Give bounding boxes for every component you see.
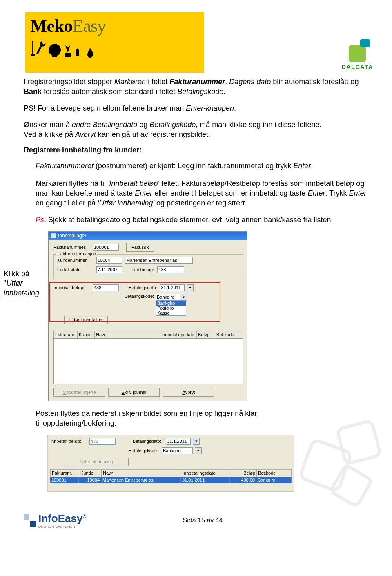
- grid-row-selected[interactable]: 100001 10004 Martensen Entrepenør as 31.…: [50, 477, 292, 483]
- callout-utfor: Klikk på "Utfør innbetaling: [0, 268, 52, 299]
- label-kundenummer: Kundenummer: [57, 258, 94, 263]
- dropdown-arrow-icon[interactable]: ▼: [180, 294, 187, 301]
- paragraph-1: I registreringsbildet stopper Markøren i…: [24, 77, 368, 97]
- logo-daldata: DALDATA: [335, 45, 380, 70]
- dialog-result: Innbetalt beløp: 438 Betalingsdato: 31.1…: [47, 435, 294, 492]
- watermark-icon: [290, 414, 392, 516]
- input-fakturanummer[interactable]: 100001: [93, 244, 119, 251]
- label2-betdato: Betalingsdato:: [133, 439, 163, 444]
- input-betdato[interactable]: 31.1.2011: [160, 284, 185, 291]
- col2-faktnr[interactable]: Fakturanr.: [51, 470, 79, 477]
- button-utfor-innbetaling[interactable]: Utfør innbetaling: [64, 316, 108, 324]
- logo-tools-icons: [30, 40, 199, 64]
- label-innbetalt: Innbetalt beløp:: [53, 285, 90, 290]
- label-forfall: Forfallsdato:: [57, 267, 94, 272]
- col-fakturanr[interactable]: Fakturanr.: [54, 331, 78, 338]
- input-kundenavn[interactable]: Martensen Entrepenør as: [125, 257, 193, 264]
- footer: InfoEasy® ØKONOMISYSTEMER Sida 15 av 44: [24, 512, 368, 529]
- option-bankgiro[interactable]: Bankgiro: [156, 301, 186, 306]
- button-avbryt[interactable]: Avbryt: [163, 388, 214, 397]
- col-innbetdato[interactable]: Innbetalingsdato: [160, 331, 197, 338]
- input2-betdato[interactable]: 31.1.2011: [166, 438, 191, 445]
- col-betkode[interactable]: Bet.kode: [215, 331, 243, 338]
- select-betkode[interactable]: Bankgiro▼ Bankgiro Postgiro Kasse: [156, 294, 187, 316]
- button-skriv-journal[interactable]: Skriv journal: [108, 388, 160, 397]
- col-belop[interactable]: Beløp: [197, 331, 215, 338]
- col2-belop[interactable]: Beløp: [230, 470, 257, 477]
- col-navn[interactable]: Navn: [95, 331, 160, 338]
- dialog-innbetalinger: Innbetalinger Fakturanummer: 100001 Fakt…: [48, 231, 247, 401]
- button-oppdater[interactable]: Oppdater linjene: [53, 388, 105, 397]
- col2-betkode[interactable]: Bet.kode: [257, 470, 291, 477]
- dropdown-betdato-arrow[interactable]: ▼: [187, 284, 194, 291]
- paragraph-7: Posten flyttes da nederst i skjermbildet…: [24, 409, 264, 429]
- input-restbelop[interactable]: 438: [157, 266, 184, 273]
- label2-innbetalt: Innbetalt beløp:: [50, 439, 87, 444]
- svg-rect-5: [330, 464, 372, 506]
- heading-register: Registrere innbetaling fra kunder:: [24, 146, 368, 154]
- input-forfall[interactable]: 7.11.2007: [96, 266, 122, 273]
- input-kundenummer[interactable]: 10004: [96, 257, 122, 264]
- logo-mekoeasy: MekoEasy: [25, 12, 204, 73]
- col2-navn[interactable]: Navn: [102, 470, 181, 477]
- dropdown-arrow-icon[interactable]: ▼: [195, 447, 202, 454]
- option-kasse[interactable]: Kasse: [156, 310, 186, 315]
- label-restbelop: Restbeløp:: [132, 267, 155, 272]
- input2-innbetalt[interactable]: 438: [89, 438, 116, 445]
- titlebar: Innbetalinger: [49, 232, 247, 240]
- paragraph-3b: Ved å klikke på Avbryt kan en gå ut av r…: [24, 129, 368, 139]
- svg-rect-3: [299, 439, 352, 491]
- button-faktsok[interactable]: Fakt.søk: [126, 243, 154, 252]
- label-betkode: Betalingskode:: [125, 294, 153, 299]
- grid-innbetalinger: Fakturanr. Kunde Navn Innbetalingsdato B…: [53, 331, 243, 384]
- svg-rect-4: [337, 420, 381, 464]
- col2-kunde[interactable]: Kunde: [79, 470, 102, 477]
- paragraph-6: Ps. Sjekk at betalingsdato og betalingsk…: [24, 215, 368, 225]
- button2-utfor[interactable]: Utfør innbetaling: [65, 458, 129, 466]
- col-kunde[interactable]: Kunde: [78, 331, 95, 338]
- input2-betkode[interactable]: Bankgiro: [162, 447, 193, 454]
- dropdown-arrow-icon[interactable]: ▼: [193, 438, 200, 445]
- fieldset-fakturainfo: Fakturainformasjon Kundenummer 10004 Mar…: [53, 254, 243, 279]
- paragraph-4: Fakturanummeret (postnummeret) er kjent:…: [24, 161, 368, 171]
- svg-rect-0: [65, 53, 71, 57]
- input-innbetalt[interactable]: 438: [93, 284, 119, 291]
- logo-meko: Meko: [30, 16, 73, 36]
- label-fakturanummer: Fakturanummer:: [53, 245, 90, 250]
- window-icon: [51, 233, 56, 238]
- label-betdato: Betalingsdato:: [129, 285, 157, 290]
- logo-easy: Easy: [73, 16, 106, 36]
- page-number: Sida 15 av 44: [37, 517, 368, 524]
- col2-dato[interactable]: Innbetalingsdato: [181, 470, 230, 477]
- paragraph-3a: Ønsker man å endre Betalingsdato og Beta…: [24, 120, 368, 129]
- option-postgiro[interactable]: Postgiro: [156, 306, 186, 310]
- dropdown-list[interactable]: Bankgiro Postgiro Kasse: [156, 300, 186, 316]
- paragraph-2: PS! For å bevege seg mellom feltene bruk…: [24, 103, 368, 113]
- window-title: Innbetalinger: [58, 233, 86, 239]
- paragraph-5: Markøren flyttes nå til 'Innbetalt beløp…: [24, 179, 368, 208]
- label2-betkode: Betalingskode:: [129, 448, 159, 453]
